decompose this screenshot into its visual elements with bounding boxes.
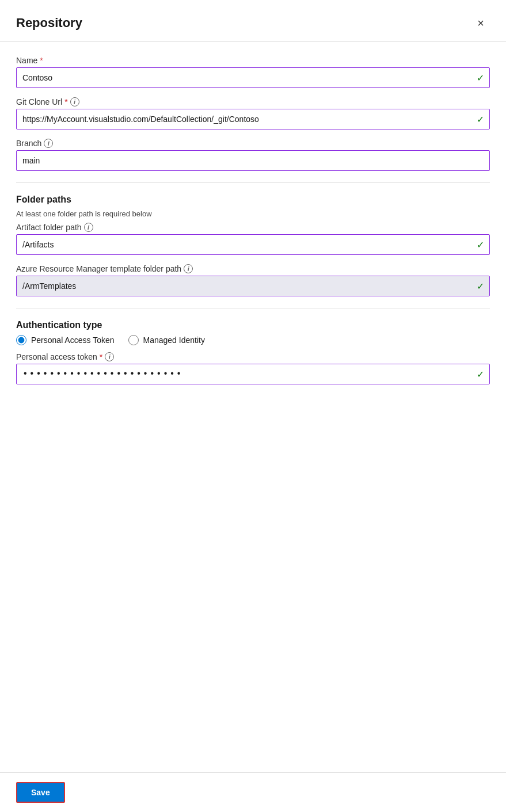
pat-required-star: * [100, 352, 102, 361]
managed-identity-option[interactable]: Managed Identity [128, 335, 205, 345]
divider-1 [16, 182, 490, 183]
save-button[interactable]: Save [16, 782, 65, 803]
artifact-folder-label: Artifact folder path i [16, 223, 490, 232]
name-label: Name * [16, 56, 490, 65]
arm-template-info-icon[interactable]: i [184, 264, 193, 273]
name-required-star: * [40, 56, 43, 65]
git-clone-url-input-wrapper: ✓ [16, 109, 490, 129]
panel-header: Repository × [0, 0, 506, 42]
pat-input[interactable] [16, 364, 490, 384]
name-field-group: Name * ✓ [16, 56, 490, 88]
git-clone-url-input[interactable] [16, 109, 490, 129]
name-input-wrapper: ✓ [16, 67, 490, 88]
artifact-folder-info-icon[interactable]: i [84, 223, 93, 232]
git-clone-url-field-group: Git Clone Url * i ✓ [16, 97, 490, 129]
arm-template-input-wrapper: ✓ [16, 276, 490, 296]
artifact-folder-field-group: Artifact folder path i ✓ [16, 223, 490, 255]
pat-info-icon[interactable]: i [105, 352, 114, 361]
folder-paths-title: Folder paths [16, 195, 490, 205]
arm-template-input[interactable] [16, 276, 490, 296]
name-input[interactable] [16, 67, 490, 88]
pat-field-group: Personal access token * i ✓ [16, 352, 490, 384]
artifact-folder-input-wrapper: ✓ [16, 234, 490, 255]
panel-title: Repository [16, 16, 82, 31]
form-content: Name * ✓ Git Clone Url * i ✓ Branch [0, 42, 506, 772]
auth-radio-group: Personal Access Token Managed Identity [16, 335, 490, 345]
personal-access-token-label: Personal Access Token [31, 336, 115, 345]
branch-input[interactable] [16, 150, 490, 171]
auth-section: Authentication type Personal Access Toke… [16, 320, 490, 384]
pat-input-wrapper: ✓ [16, 364, 490, 384]
panel-footer: Save [0, 772, 506, 812]
arm-template-field-group: Azure Resource Manager template folder p… [16, 264, 490, 296]
branch-label: Branch i [16, 139, 490, 148]
git-clone-url-required-star: * [64, 97, 67, 106]
artifact-folder-input[interactable] [16, 234, 490, 255]
arm-template-label: Azure Resource Manager template folder p… [16, 264, 490, 273]
personal-access-token-radio[interactable] [16, 335, 26, 345]
auth-type-title: Authentication type [16, 320, 490, 330]
managed-identity-label: Managed Identity [143, 336, 205, 345]
branch-field-group: Branch i [16, 139, 490, 171]
divider-2 [16, 308, 490, 308]
branch-info-icon[interactable]: i [44, 139, 53, 148]
branch-input-wrapper [16, 150, 490, 171]
close-button[interactable]: × [471, 14, 490, 32]
managed-identity-radio[interactable] [128, 335, 139, 345]
personal-access-token-option[interactable]: Personal Access Token [16, 335, 115, 345]
close-icon: × [477, 17, 484, 30]
pat-field-label: Personal access token * i [16, 352, 490, 361]
git-clone-url-info-icon[interactable]: i [70, 97, 79, 106]
folder-paths-hint: At least one folder path is required bel… [16, 209, 490, 218]
git-clone-url-label: Git Clone Url * i [16, 97, 490, 106]
repository-panel: Repository × Name * ✓ Git Clone Url * i [0, 0, 506, 812]
